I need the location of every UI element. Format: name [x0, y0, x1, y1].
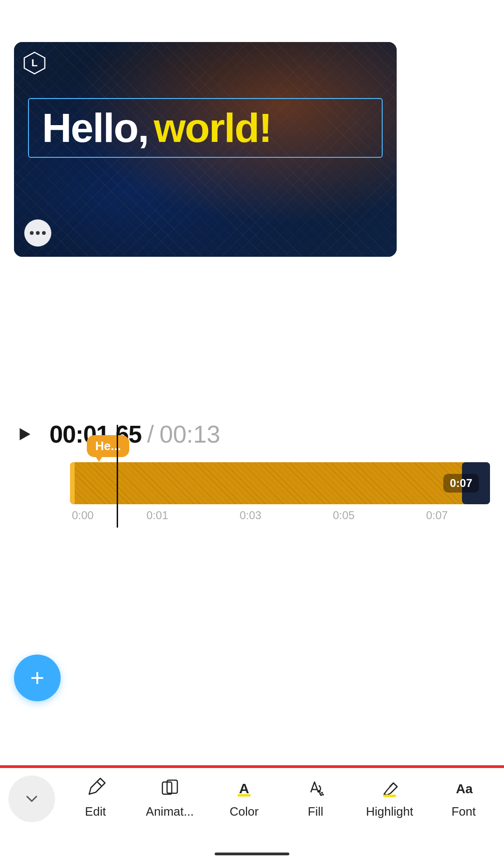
ts-1: 0:01 [147, 509, 240, 522]
add-icon: + [30, 666, 44, 690]
more-dots-icon [30, 231, 46, 235]
animate-label: Animat... [146, 804, 194, 819]
svg-rect-5 [238, 794, 251, 797]
play-button[interactable] [14, 424, 35, 444]
text-overlay[interactable]: Hello, world! [28, 98, 383, 158]
toolbar-item-color[interactable]: A Color [223, 775, 265, 819]
add-clip-button[interactable]: + [14, 655, 61, 701]
more-options-button[interactable] [24, 219, 51, 247]
toolbar-item-fill[interactable]: Fill [294, 775, 336, 819]
edit-label: Edit [85, 804, 106, 819]
timecode: 00:01.65 / 00:13 [49, 420, 220, 448]
time-separator: / [147, 420, 154, 448]
svg-text:Aa: Aa [456, 782, 473, 796]
svg-text:A: A [239, 781, 249, 796]
font-label: Font [451, 804, 476, 819]
clip-label: He... [87, 435, 129, 457]
clip-duration-badge: 0:07 [443, 474, 479, 493]
svg-point-9 [322, 794, 324, 796]
ts-7: 0:07 [426, 509, 488, 522]
svg-rect-11 [383, 795, 396, 797]
toolbar-item-edit[interactable]: Edit [75, 775, 117, 819]
preview-canvas: L Hello, world! [14, 42, 397, 257]
bottom-home-indicator [215, 853, 289, 855]
clip-handle-left[interactable] [70, 462, 75, 504]
playhead [117, 425, 118, 528]
timeline-section: 00:01.65 / 00:13 He... 0:07 0:00 0:01 0:… [0, 420, 504, 522]
ts-5: 0:05 [333, 509, 426, 522]
font-icon: Aa [451, 775, 476, 800]
edit-icon [84, 775, 108, 800]
svg-point-10 [320, 794, 322, 796]
preview-background: L Hello, world! [14, 42, 397, 257]
toolbar-items: Edit Animat... A Color [55, 775, 504, 819]
color-label: Color [230, 804, 259, 819]
toolbar-collapse-button[interactable] [8, 775, 55, 822]
chevron-down-icon [27, 797, 36, 801]
timeline-timestamps: 0:00 0:01 0:03 0:05 0:07 [70, 509, 490, 522]
total-time: 00:13 [160, 420, 220, 448]
toolbar-item-highlight[interactable]: Highlight [366, 775, 413, 819]
playback-controls: 00:01.65 / 00:13 [14, 420, 490, 448]
highlight-label: Highlight [366, 804, 413, 819]
brand-logo: L [22, 50, 47, 75]
hello-text: Hello, [42, 107, 148, 148]
ts-3: 0:03 [239, 509, 333, 522]
ts-0: 0:00 [72, 509, 147, 522]
toolbar-item-animate[interactable]: Animat... [146, 775, 194, 819]
toolbar-item-font[interactable]: Aa Font [442, 775, 484, 819]
timeline-clip-main[interactable]: 0:07 [70, 462, 490, 504]
bottom-toolbar: Edit Animat... A Color [0, 767, 504, 860]
fill-label: Fill [308, 804, 323, 819]
animate-icon [158, 775, 182, 800]
highlight-icon [378, 775, 402, 800]
fill-icon [303, 775, 328, 800]
svg-point-8 [321, 792, 323, 794]
play-icon [20, 428, 30, 440]
timeline-track[interactable]: He... 0:07 0:00 0:01 0:03 0:05 0:07 [70, 462, 490, 522]
world-text: world! [154, 107, 272, 148]
color-icon: A [232, 775, 256, 800]
svg-text:L: L [31, 57, 37, 69]
svg-point-6 [318, 790, 321, 793]
